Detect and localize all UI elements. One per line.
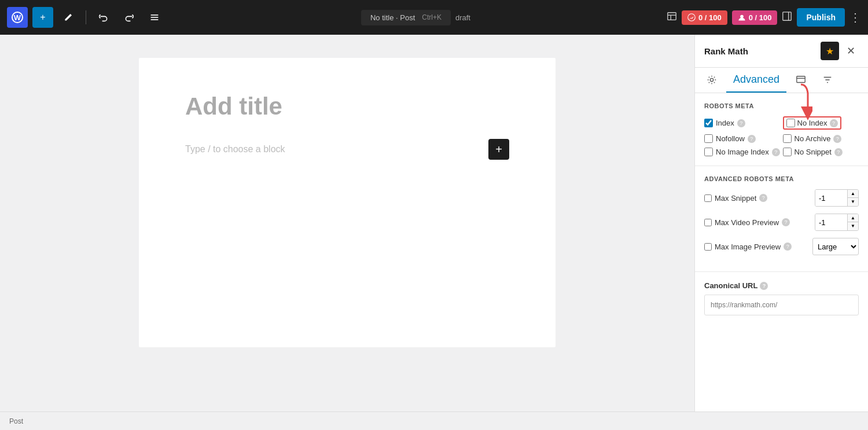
canonical-url-input[interactable]: [704, 295, 859, 315]
max-video-preview-row: Max Video Preview ? ▲ ▼: [704, 214, 859, 231]
add-block-inline-button[interactable]: +: [488, 139, 509, 160]
toolbar: W + No title · Post Ctrl+K draft 0 / 100…: [0, 0, 868, 35]
post-title-bar[interactable]: No title · Post Ctrl+K: [361, 10, 451, 25]
rank-math-sidebar: Rank Math ★ ✕ Advanced ROBOTS META: [694, 35, 868, 411]
draft-status: draft: [455, 13, 470, 22]
no-index-checkbox-row: No Index ?: [783, 116, 859, 130]
no-archive-label: No Archive: [795, 134, 831, 143]
nofollow-checkbox-row: Nofollow ?: [704, 134, 781, 143]
no-index-label: No Index: [797, 119, 827, 127]
main-area: Add title Type / to choose a block + Ran…: [0, 35, 868, 411]
editor-content: Add title Type / to choose a block +: [139, 58, 556, 347]
readability-score-badge[interactable]: 0 / 100: [732, 10, 778, 25]
seo-score-badge[interactable]: 0 / 100: [682, 10, 727, 25]
max-image-preview-label: Max Image Preview: [715, 242, 781, 251]
svg-rect-3: [151, 17, 159, 18]
max-snippet-help-icon[interactable]: ?: [759, 194, 767, 202]
no-index-checkbox[interactable]: [786, 119, 795, 127]
readability-score-value: 0 / 100: [749, 13, 772, 22]
max-video-preview-down[interactable]: ▼: [848, 222, 858, 230]
tab-advanced-label: Advanced: [733, 73, 779, 86]
max-image-preview-select[interactable]: None Standard Large: [812, 238, 859, 255]
no-snippet-label: No Snippet: [795, 148, 832, 156]
wp-logo[interactable]: W: [7, 7, 28, 28]
max-video-preview-label: Max Video Preview: [715, 218, 779, 227]
svg-rect-8: [783, 12, 791, 20]
nofollow-help-icon[interactable]: ?: [748, 135, 756, 143]
max-video-preview-left: Max Video Preview ?: [704, 218, 790, 227]
no-index-help-icon[interactable]: ?: [830, 119, 838, 127]
canonical-url-title: Canonical URL ?: [704, 281, 859, 290]
max-image-preview-checkbox[interactable]: [704, 243, 712, 251]
max-video-preview-spinners: ▲ ▼: [847, 214, 858, 230]
publish-button[interactable]: Publish: [797, 8, 845, 27]
max-video-preview-input-wrapper: ▲ ▼: [815, 214, 859, 231]
max-video-preview-input[interactable]: [815, 214, 847, 230]
list-view-button[interactable]: [144, 7, 165, 28]
toolbar-right: 0 / 100 0 / 100 Publish ⋮: [667, 8, 861, 27]
canonical-url-help-icon[interactable]: ?: [760, 282, 768, 290]
index-label: Index: [716, 119, 734, 127]
index-checkbox[interactable]: [704, 119, 713, 127]
robots-meta-grid: Index ?: [704, 116, 859, 156]
tab-schema[interactable]: [789, 69, 813, 92]
no-image-index-checkbox[interactable]: [704, 148, 713, 156]
no-archive-checkbox-row: No Archive ?: [783, 134, 859, 143]
type-hint-text: Type / to choose a block: [185, 144, 285, 155]
max-image-preview-row: Max Image Preview ? None Standard Large: [704, 238, 859, 255]
no-snippet-checkbox-row: No Snippet ?: [783, 148, 859, 156]
tab-settings[interactable]: [700, 69, 724, 92]
add-block-toolbar-button[interactable]: +: [32, 7, 53, 28]
svg-point-9: [710, 78, 713, 81]
max-snippet-checkbox[interactable]: [704, 194, 712, 202]
svg-point-7: [740, 15, 744, 19]
advanced-robots-meta-title: ADVANCED ROBOTS META: [704, 175, 859, 182]
no-archive-help-icon[interactable]: ?: [833, 135, 841, 143]
max-video-preview-help-icon[interactable]: ?: [782, 218, 790, 226]
undo-button[interactable]: [93, 7, 114, 28]
close-sidebar-button[interactable]: ✕: [843, 43, 859, 59]
canonical-url-section: Canonical URL ?: [695, 272, 868, 325]
max-video-preview-up[interactable]: ▲: [848, 214, 858, 222]
max-image-preview-help-icon[interactable]: ?: [784, 242, 792, 251]
nofollow-checkbox[interactable]: [704, 134, 713, 143]
more-options-button[interactable]: ⋮: [849, 10, 861, 24]
index-help-icon[interactable]: ?: [737, 119, 745, 127]
no-snippet-help-icon[interactable]: ?: [834, 148, 843, 156]
canonical-url-label: Canonical URL: [704, 281, 757, 290]
seo-score-value: 0 / 100: [698, 13, 722, 22]
max-snippet-label: Max Snippet: [715, 194, 756, 203]
sidebar-toggle-button[interactable]: [782, 11, 792, 24]
sidebar-title: Rank Math: [704, 46, 748, 56]
add-title-placeholder[interactable]: Add title: [185, 93, 509, 120]
tab-filter[interactable]: [815, 69, 840, 92]
no-index-highlighted-box: No Index ?: [783, 116, 841, 130]
svg-rect-5: [668, 12, 676, 20]
status-bar: Post: [0, 411, 868, 430]
max-video-preview-checkbox[interactable]: [704, 219, 712, 226]
keyboard-shortcut: Ctrl+K: [422, 13, 442, 21]
no-archive-checkbox[interactable]: [783, 134, 792, 143]
no-image-index-help-icon[interactable]: ?: [772, 148, 780, 156]
sidebar-header: Rank Math ★ ✕: [695, 35, 868, 68]
max-snippet-left: Max Snippet ?: [704, 194, 767, 203]
svg-rect-2: [151, 14, 159, 16]
redo-button[interactable]: [119, 7, 139, 28]
tab-advanced[interactable]: Advanced: [726, 68, 786, 93]
no-image-index-label: No Image Index: [716, 148, 769, 156]
type-hint-row: Type / to choose a block +: [185, 139, 509, 160]
editor-area: Add title Type / to choose a block +: [0, 35, 694, 411]
edit-mode-button[interactable]: [58, 7, 79, 28]
max-snippet-up[interactable]: ▲: [848, 190, 858, 198]
robots-meta-section: ROBOTS META Index ?: [695, 93, 868, 166]
max-snippet-down[interactable]: ▼: [848, 198, 858, 206]
star-button[interactable]: ★: [821, 42, 839, 60]
max-image-preview-left: Max Image Preview ?: [704, 242, 792, 251]
svg-text:W: W: [14, 13, 21, 22]
view-mode-button[interactable]: [667, 11, 677, 24]
max-snippet-input[interactable]: [815, 190, 847, 206]
advanced-robots-meta-section: ADVANCED ROBOTS META Max Snippet ? ▲ ▼: [695, 166, 868, 272]
status-bar-text: Post: [9, 417, 23, 425]
no-image-index-checkbox-row: No Image Index ?: [704, 148, 781, 156]
no-snippet-checkbox[interactable]: [783, 148, 792, 156]
